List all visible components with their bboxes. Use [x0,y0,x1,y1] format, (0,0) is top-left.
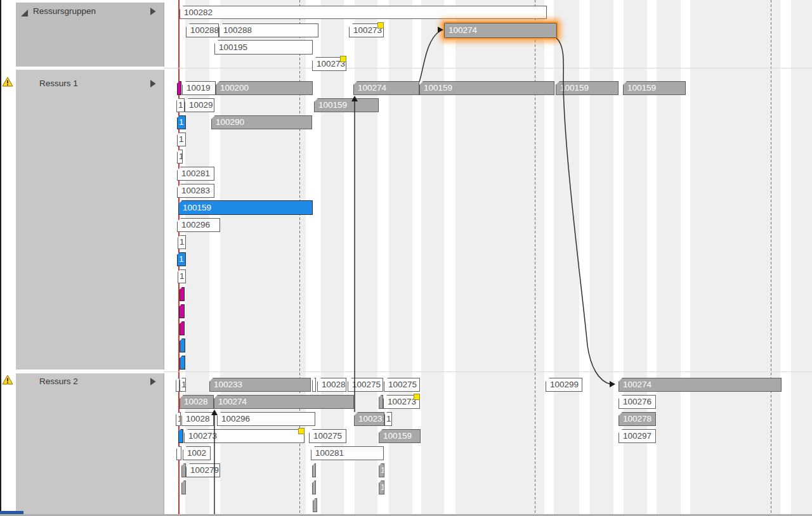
calendar-stripe [657,0,681,514]
task-bar-1[interactable]: 1 [177,252,186,266]
task-bar[interactable] [312,463,316,477]
task-bar[interactable] [180,287,185,301]
chevron-right-icon[interactable] [150,80,156,87]
task-bar-1[interactable]: 1 [177,132,186,146]
task-bar[interactable] [312,378,316,392]
week-gridline [535,0,535,514]
task-bar-100274[interactable]: 100274 [353,81,419,95]
calendar-stripe [421,0,444,514]
task-bar-100273[interactable]: 100273 [184,429,304,443]
calendar-stripe [355,0,377,514]
calendar-stripe [455,0,544,514]
window-left-border [0,0,1,516]
task-bar-100200[interactable]: 100200 [216,81,313,95]
task-bar-1[interactable]: 1 [379,463,384,477]
warning-icon [2,77,13,87]
milestone-marker[interactable] [340,56,346,62]
calendar-stripe [590,0,613,514]
resource-label: Ressurs 2 [39,377,78,386]
task-bar-100288[interactable]: 100288 [186,23,219,37]
resource-sidebar: Ressursgruppen Ressurs 1 Ressurs 2 [0,0,164,516]
task-bar-100274[interactable]: 100274 [214,395,354,409]
week-gridline [771,0,771,514]
task-bar-10028[interactable]: 10028 [317,378,346,392]
chevron-right-icon[interactable] [150,8,156,15]
task-bar-1[interactable]: 1 [178,235,186,249]
task-bar-1[interactable]: 1 [176,98,185,112]
task-bar-100274[interactable]: 100274 [619,378,782,392]
task-bar[interactable] [177,81,181,95]
calendar-stripe [554,0,579,514]
calendar-stripe [690,0,780,514]
task-bar-100159[interactable]: 100159 [419,81,554,95]
collapse-expander-icon[interactable] [20,9,29,17]
task-bar[interactable] [176,378,180,392]
sidebar-row-ressurs-1[interactable]: Ressurs 1 [16,70,164,370]
sidebar-row-ressurs-2[interactable]: Ressurs 2 [16,373,164,514]
task-bar-100159[interactable]: 100159 [314,98,379,112]
task-bar[interactable] [313,498,317,512]
task-bar-10029[interactable]: 10029 [185,98,214,112]
task-bar-1[interactable]: 1 [177,115,186,129]
task-bar[interactable] [180,321,185,335]
task-bar-100297[interactable]: 100297 [619,429,656,443]
task-bar-1002[interactable]: 1002 [183,446,211,460]
task-bar-100159[interactable]: 100159 [556,81,619,95]
task-bar-100296[interactable]: 100296 [177,218,220,232]
task-bar[interactable] [180,339,185,352]
task-bar-1[interactable]: 1 [384,412,392,426]
task-bar-1[interactable]: 1 [379,481,384,494]
task-bar-100274[interactable]: 100274 [444,23,557,38]
group-label: Ressursgruppen [33,6,96,16]
task-bar-10019[interactable]: 10019 [182,81,216,95]
task-bar[interactable] [179,304,185,318]
task-bar-10028[interactable]: 10028 [180,395,214,409]
task-bar[interactable] [178,429,183,443]
task-bar-100299[interactable]: 100299 [546,378,582,392]
task-bar-100283[interactable]: 100283 [177,184,214,198]
task-bar-100159[interactable]: 100159 [379,429,421,443]
task-bar[interactable] [379,395,383,409]
task-bar-100159[interactable]: 100159 [178,200,313,215]
milestone-marker[interactable] [377,22,384,29]
task-bar-100296[interactable]: 100296 [217,412,315,426]
task-bar-100279[interactable]: 100279 [186,463,220,477]
sidebar-group-ressursgruppen[interactable]: Ressursgruppen [16,3,164,67]
task-bar-100278[interactable]: 100278 [619,412,656,426]
resource-label: Ressurs 1 [39,79,78,88]
task-bar[interactable] [312,481,316,494]
task-bar[interactable] [181,481,186,494]
task-bar[interactable] [180,356,185,370]
task-bar-100233[interactable]: 100233 [209,378,311,392]
gantt-scheduler-window: 1002821002881002881002731002741001951002… [0,0,812,516]
task-bar-100275[interactable]: 100275 [348,378,383,392]
task-bar-1[interactable]: 1 [180,378,186,392]
task-bar-10028[interactable]: 10028 [181,412,214,426]
task-bar-100281[interactable]: 100281 [177,167,214,181]
task-bar-100288[interactable]: 100288 [219,23,318,37]
task-bar-1[interactable]: 1 [177,150,183,164]
task-bar-1[interactable]: 1 [176,412,181,426]
task-bar-100195[interactable]: 100195 [214,40,313,55]
task-bar-100281[interactable]: 100281 [311,446,384,460]
calendar-stripe [791,0,812,514]
task-bar-100275[interactable]: 100275 [309,429,346,443]
milestone-marker[interactable] [298,428,304,434]
task-bar-100275[interactable]: 100275 [384,378,420,392]
task-bar-100159[interactable]: 100159 [623,81,686,95]
milestone-marker[interactable] [414,394,420,400]
group-separator-line [164,68,812,68]
task-bar-100282[interactable]: 100282 [180,6,547,19]
chevron-right-icon[interactable] [150,378,156,385]
group-separator-line [164,371,812,372]
task-bar-100276[interactable]: 100276 [619,395,656,409]
task-bar-100231[interactable]: 100231 [354,412,384,426]
task-bar-1[interactable]: 1 [178,269,186,283]
warning-icon [2,375,13,385]
task-bar[interactable] [176,446,181,460]
task-bar-100290[interactable]: 100290 [211,115,312,129]
task-bar[interactable] [181,463,186,477]
